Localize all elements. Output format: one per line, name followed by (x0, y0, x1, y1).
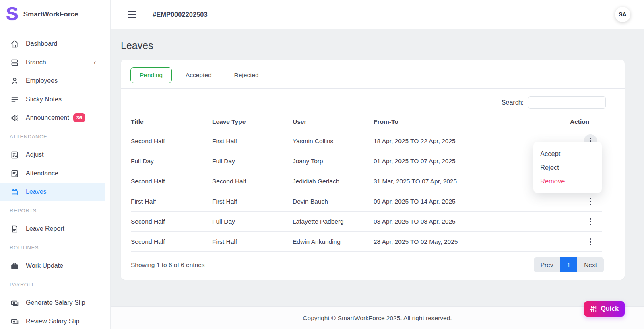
cell-leave-type: Full Day (212, 151, 293, 171)
table-row: Second Half First Half Yasmin Collins 18… (131, 131, 602, 151)
table-row: Full Day Full Day Joany Torp 01 Apr, 202… (131, 151, 602, 171)
cell-title: Second Half (131, 212, 212, 232)
row-actions-kebab-icon[interactable] (584, 235, 597, 249)
chevron-left-icon: ‹ (94, 59, 96, 66)
megaphone-icon (10, 114, 19, 122)
sidebar-item-leave-report[interactable]: Leave Report (0, 220, 105, 238)
copyright-text: Copyright © SmartWorkForce 2025. All rig… (303, 315, 452, 322)
cell-user: Jedidiah Gerlach (293, 171, 374, 191)
checklist-icon (10, 151, 19, 159)
sidebar-item-work-update[interactable]: Work Update (0, 257, 105, 275)
sidebar-item-label: Sticky Notes (26, 96, 62, 103)
table-footer: Showing 1 to 6 of 6 entries Prev 1 Next (131, 257, 604, 272)
cell-user: Joany Torp (293, 151, 374, 171)
cell-from-to: 03 Apr, 2025 TO 08 Apr, 2025 (374, 212, 570, 232)
sidebar-section-payroll: PAYROLL (0, 275, 110, 294)
search-input[interactable] (528, 96, 606, 109)
row-actions-dropdown: Accept Reject Remove (533, 142, 602, 193)
cell-leave-type: First Half (212, 191, 293, 212)
cell-leave-type: First Half (212, 131, 293, 151)
sidebar-section-reports: REPORTS (0, 201, 110, 220)
sidebar-item-label: Generate Salary Slip (26, 299, 85, 306)
sidebar-item-label: Work Update (26, 262, 63, 269)
sidebar-item-label: Dashboard (26, 40, 57, 47)
search-row: Search: (121, 96, 606, 109)
cell-title: Full Day (131, 151, 212, 171)
table-row: First Half First Half Devin Bauch 09 Apr… (131, 191, 602, 212)
cell-title: Second Half (131, 232, 212, 252)
sidebar-item-employees[interactable]: Employees (0, 72, 105, 90)
page-number-button[interactable]: 1 (560, 257, 578, 272)
cell-from-to: 09 Apr, 2025 TO 14 Apr, 2025 (374, 191, 570, 212)
banknote-icon (10, 317, 19, 326)
sidebar-item-label: Attendance (26, 170, 58, 177)
person-icon (10, 77, 19, 85)
next-page-button[interactable]: Next (577, 257, 604, 272)
branch-icon (10, 58, 19, 67)
column-header-from-to: From-To (374, 115, 570, 131)
quick-button[interactable]: Quick (584, 301, 625, 317)
sidebar: S SmartWorkForce Dashboard Branch ‹ Empl… (0, 0, 111, 329)
row-actions-kebab-icon[interactable] (584, 215, 597, 228)
sidebar-item-adjust[interactable]: Adjust (0, 146, 105, 164)
cell-title: First Half (131, 191, 212, 212)
prev-page-button[interactable]: Prev (534, 257, 560, 272)
tabs-bar: Pending Accepted Rejected (121, 60, 625, 89)
home-icon (10, 40, 19, 48)
leaves-card: Pending Accepted Rejected Search: Title … (121, 60, 625, 280)
cell-leave-type: Full Day (212, 212, 293, 232)
tab-rejected[interactable]: Rejected (225, 68, 268, 83)
cell-title: Second Half (131, 171, 212, 191)
column-header-leave-type: Leave Type (212, 115, 293, 131)
tab-accepted[interactable]: Accepted (177, 68, 221, 83)
column-header-user: User (293, 115, 374, 131)
sidebar-item-sticky-notes[interactable]: Sticky Notes (0, 90, 105, 109)
sidebar-item-review-salary-slip[interactable]: Review Salary Slip (0, 312, 105, 329)
dropdown-item-reject[interactable]: Reject (533, 160, 602, 174)
main-content: Leaves Pending Accepted Rejected Search:… (111, 29, 644, 306)
sidebar-item-announcement[interactable]: Announcement 36 (0, 109, 105, 127)
tab-pending[interactable]: Pending (130, 67, 172, 83)
announcement-count-badge: 36 (73, 113, 85, 122)
sidebar-item-label: Leaves (26, 188, 47, 195)
cell-user: Lafayette Padberg (293, 212, 374, 232)
sidebar-item-generate-salary-slip[interactable]: Generate Salary Slip (0, 294, 105, 312)
hamburger-menu-icon[interactable] (128, 11, 136, 18)
sidebar-item-branch[interactable]: Branch ‹ (0, 53, 105, 72)
cell-title: Second Half (131, 131, 212, 151)
sidebar-item-label: Leave Report (26, 225, 64, 232)
row-actions-kebab-icon[interactable] (584, 195, 597, 208)
brand[interactable]: S SmartWorkForce (0, 0, 110, 29)
sidebar-nav: Dashboard Branch ‹ Employees Sticky Note… (0, 29, 110, 329)
table-row: Second Half Full Day Lafayette Padberg 0… (131, 212, 602, 232)
gift-icon (10, 188, 19, 196)
sidebar-item-leaves[interactable]: Leaves (0, 183, 105, 201)
sidebar-item-attendance[interactable]: Attendance (0, 164, 105, 183)
entries-summary: Showing 1 to 6 of 6 entries (131, 261, 205, 269)
quick-button-label: Quick (601, 305, 619, 313)
table-header-row: Title Leave Type User From-To Action (131, 115, 602, 131)
table-row: Second Half First Half Edwin Ankunding 2… (131, 232, 602, 252)
dropdown-item-remove[interactable]: Remove (533, 174, 602, 188)
employee-id: #EMP0002202503 (153, 11, 208, 19)
cell-leave-type: Second Half (212, 171, 293, 191)
avatar[interactable]: SA (615, 7, 630, 22)
cell-user: Devin Bauch (293, 191, 374, 212)
sliders-icon (590, 305, 597, 313)
briefcase-icon (10, 262, 19, 270)
column-header-action: Action (570, 115, 602, 131)
sidebar-item-dashboard[interactable]: Dashboard (0, 35, 105, 53)
brand-logo-icon: S (6, 4, 18, 23)
column-header-title: Title (131, 115, 212, 131)
sidebar-item-label: Employees (26, 77, 58, 84)
sidebar-item-label: Adjust (26, 151, 43, 158)
checklist-icon (10, 169, 19, 178)
cell-leave-type: First Half (212, 232, 293, 252)
footer: Copyright © SmartWorkForce 2025. All rig… (111, 306, 644, 329)
brand-name: SmartWorkForce (23, 10, 78, 19)
dropdown-item-accept[interactable]: Accept (533, 147, 602, 160)
table-row: Second Half Second Half Jedidiah Gerlach… (131, 171, 602, 191)
sidebar-item-label: Announcement (26, 114, 69, 121)
search-label: Search: (502, 99, 524, 106)
cell-user: Edwin Ankunding (293, 232, 374, 252)
